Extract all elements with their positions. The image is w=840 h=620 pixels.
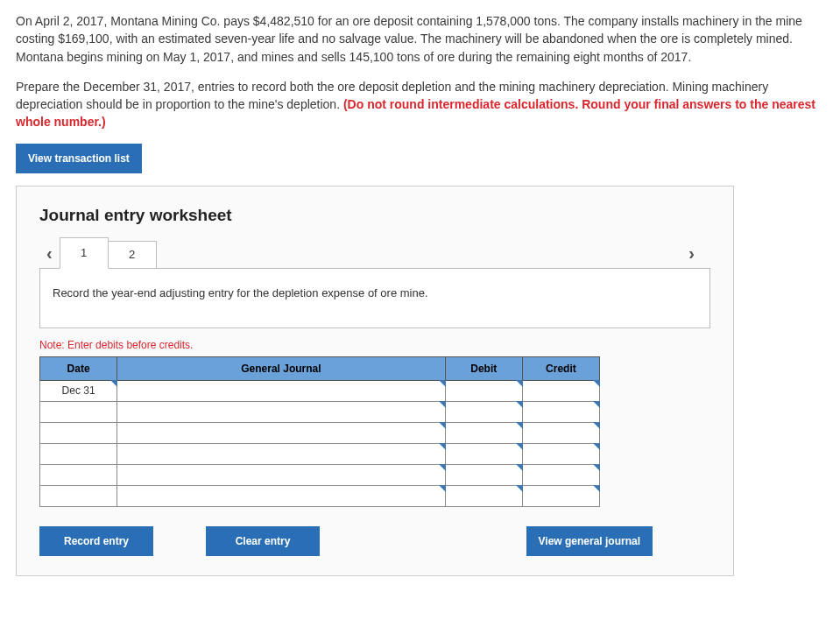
cell-credit[interactable] (522, 443, 599, 464)
worksheet-title: Journal entry worksheet (39, 206, 710, 225)
cell-account[interactable] (117, 380, 446, 401)
cell-credit[interactable] (522, 464, 599, 485)
cell-debit[interactable] (445, 401, 522, 422)
cell-date[interactable] (40, 422, 117, 443)
debits-before-credits-note: Note: Enter debits before credits. (39, 339, 710, 351)
cell-credit[interactable] (522, 422, 599, 443)
cell-account[interactable] (117, 401, 446, 422)
chevron-left-icon[interactable]: ‹ (39, 238, 60, 269)
table-row (40, 422, 600, 443)
cell-credit[interactable] (522, 380, 599, 401)
cell-account[interactable] (117, 443, 446, 464)
cell-debit[interactable] (445, 464, 522, 485)
cell-date[interactable]: Dec 31 (40, 380, 117, 401)
header-credit: Credit (522, 356, 599, 380)
entry-instruction: Record the year-end adjusting entry for … (39, 268, 710, 328)
header-date: Date (40, 356, 117, 380)
cell-credit[interactable] (522, 401, 599, 422)
cell-credit[interactable] (522, 485, 599, 506)
table-row: Dec 31 (40, 380, 600, 401)
cell-debit[interactable] (445, 485, 522, 506)
tab-row: ‹ 1 2 › (39, 237, 710, 269)
cell-account[interactable] (117, 422, 446, 443)
chevron-right-icon[interactable]: › (681, 238, 702, 269)
table-row (40, 401, 600, 422)
tab-1[interactable]: 1 (60, 237, 109, 269)
view-transaction-list-button[interactable]: View transaction list (16, 144, 142, 173)
problem-para-2: Prepare the December 31, 2017, entries t… (16, 78, 824, 131)
view-general-journal-button[interactable]: View general journal (526, 526, 653, 556)
cell-account[interactable] (117, 485, 446, 506)
problem-statement: On April 2, 2017, Montana Mining Co. pay… (16, 12, 824, 131)
journal-entry-worksheet: Journal entry worksheet ‹ 1 2 › Record t… (16, 186, 734, 576)
cell-date[interactable] (40, 464, 117, 485)
cell-debit[interactable] (445, 422, 522, 443)
cell-account[interactable] (117, 464, 446, 485)
cell-debit[interactable] (445, 443, 522, 464)
cell-date[interactable] (40, 401, 117, 422)
record-entry-button[interactable]: Record entry (39, 526, 153, 556)
table-row (40, 485, 600, 506)
cell-date[interactable] (40, 443, 117, 464)
journal-entry-table: Date General Journal Debit Credit Dec 31 (39, 356, 600, 507)
cell-debit[interactable] (445, 380, 522, 401)
header-general-journal: General Journal (117, 356, 446, 380)
action-buttons: Record entry Clear entry View general jo… (39, 526, 653, 556)
tab-2[interactable]: 2 (108, 241, 157, 269)
table-row (40, 464, 600, 485)
clear-entry-button[interactable]: Clear entry (206, 526, 320, 556)
cell-date[interactable] (40, 485, 117, 506)
header-debit: Debit (445, 356, 522, 380)
table-row (40, 443, 600, 464)
problem-para-1: On April 2, 2017, Montana Mining Co. pay… (16, 12, 824, 66)
